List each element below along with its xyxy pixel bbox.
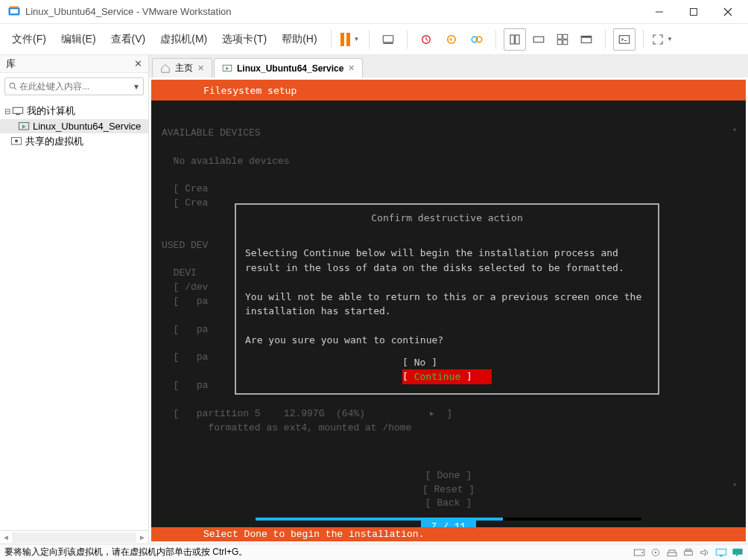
svg-point-34	[641, 552, 643, 553]
done-button[interactable]: [ Done ]	[425, 470, 472, 481]
svg-rect-2	[10, 6, 19, 7]
chevron-down-icon[interactable]: ▼	[133, 83, 140, 91]
svg-marker-32	[226, 66, 229, 70]
fullscreen-button[interactable]: ▼	[651, 28, 673, 51]
svg-rect-40	[716, 549, 726, 555]
svg-rect-22	[619, 35, 630, 43]
dialog-continue-button[interactable]: [ Continue ]	[402, 369, 492, 384]
svg-rect-21	[581, 36, 592, 37]
reset-button[interactable]: [ Reset ]	[422, 484, 475, 495]
tree-label: 我的计算机	[27, 104, 75, 118]
library-tree: ⊟ 我的计算机 Linux_Ubuntu64_Service 共享的虚拟机	[0, 100, 148, 530]
message-icon[interactable]	[732, 547, 744, 558]
cd-icon[interactable]	[650, 547, 662, 558]
tab-close-button[interactable]: ✕	[197, 63, 204, 73]
display-icon[interactable]	[715, 547, 727, 558]
disk-icon[interactable]	[633, 547, 645, 558]
console-button[interactable]	[613, 28, 636, 51]
svg-rect-38	[685, 551, 693, 555]
tab-home[interactable]: 主页 ✕	[152, 58, 212, 77]
snapshot-button[interactable]	[415, 28, 437, 51]
svg-rect-41	[720, 556, 723, 556]
titlebar: Linux_Ubuntu64_Service - VMware Workstat…	[0, 0, 748, 24]
tree-label: 共享的虚拟机	[25, 135, 83, 148]
tree-label: Linux_Ubuntu64_Service	[33, 121, 141, 132]
svg-marker-28	[22, 124, 26, 128]
tree-vm-linux-ubuntu[interactable]: Linux_Ubuntu64_Service	[0, 119, 148, 133]
revert-snapshot-button[interactable]	[440, 28, 463, 51]
installer-header: Filesystem setup	[151, 80, 746, 101]
dialog-no-button[interactable]: [ No ]	[402, 355, 492, 370]
dialog-text: Are you sure you want to continue?	[245, 334, 443, 346]
status-text: 要将输入定向到该虚拟机，请在虚拟机内部单击或按 Ctrl+G。	[4, 546, 247, 559]
library-panel: 库 ✕ ▼ ⊟ 我的计算机 Linux_Ubuntu64_Service 共享的…	[0, 55, 149, 544]
svg-rect-7	[383, 35, 393, 42]
menu-tabs[interactable]: 选项卡(T)	[216, 30, 273, 49]
svg-line-24	[14, 88, 16, 90]
search-icon	[8, 81, 18, 92]
send-ctrl-alt-del-button[interactable]	[377, 28, 399, 51]
svg-rect-13	[510, 35, 514, 44]
expand-icon[interactable]: ⊟	[3, 107, 12, 115]
menu-file[interactable]: 文件(F)	[6, 30, 52, 49]
tab-bar: 主页 ✕ Linux_Ubuntu64_Service ✕	[149, 55, 748, 77]
confirm-destructive-dialog: Confirm destructive action Selecting Con…	[235, 203, 659, 395]
pause-vm-button[interactable]: ▼	[339, 28, 361, 51]
vm-console[interactable]: Filesystem setup AVAILABLE DEVICES No av…	[149, 77, 748, 544]
tree-root-my-computer[interactable]: ⊟ 我的计算机	[0, 103, 148, 119]
library-close-button[interactable]: ✕	[134, 58, 142, 69]
svg-rect-39	[686, 549, 691, 551]
manage-snapshot-button[interactable]	[466, 28, 488, 51]
vm-running-icon	[222, 63, 232, 74]
app-icon	[7, 5, 21, 19]
minimize-button[interactable]	[642, 1, 676, 23]
view-thumbnail-button[interactable]	[527, 28, 550, 51]
back-button[interactable]: [ Back ]	[425, 497, 472, 509]
maximize-button[interactable]	[676, 1, 711, 23]
status-bar: 要将输入定向到该虚拟机，请在虚拟机内部单击或按 Ctrl+G。	[0, 544, 748, 560]
svg-rect-14	[515, 35, 519, 44]
shared-vm-icon	[10, 136, 22, 147]
printer-icon[interactable]	[682, 547, 694, 558]
dialog-title: Confirm destructive action	[367, 211, 527, 226]
library-search-input[interactable]	[18, 80, 133, 93]
menu-help[interactable]: 帮助(H)	[276, 30, 323, 49]
library-search[interactable]: ▼	[4, 77, 144, 95]
svg-rect-25	[13, 107, 22, 113]
tree-shared-vms[interactable]: 共享的虚拟机	[0, 133, 148, 150]
pause-icon	[340, 33, 350, 46]
tab-close-button[interactable]: ✕	[348, 63, 355, 73]
svg-rect-19	[562, 39, 567, 44]
svg-rect-1	[10, 9, 19, 13]
view-multi-button[interactable]	[551, 28, 574, 51]
library-hscroll[interactable]: ◄►	[0, 530, 148, 544]
menu-edit[interactable]: 编辑(E)	[55, 30, 102, 49]
vm-scrollbar[interactable]	[732, 124, 740, 489]
view-single-button[interactable]	[504, 28, 526, 51]
dialog-text: Selecting Continue below will begin the …	[245, 247, 624, 273]
menu-vm[interactable]: 虚拟机(M)	[154, 30, 213, 49]
library-title: 库	[6, 57, 16, 71]
tab-label: 主页	[175, 62, 193, 74]
installer-nav-buttons: [ Done ] [ Reset ] [ Back ]	[151, 469, 746, 510]
svg-point-36	[655, 551, 656, 553]
svg-rect-42	[732, 548, 742, 554]
svg-rect-18	[557, 39, 562, 44]
sound-icon[interactable]	[699, 547, 711, 558]
svg-rect-16	[557, 34, 562, 39]
computer-icon	[12, 106, 24, 116]
svg-rect-4	[691, 8, 697, 15]
svg-rect-15	[533, 36, 544, 42]
vm-running-icon	[18, 121, 30, 132]
window-title: Linux_Ubuntu64_Service - VMware Workstat…	[25, 6, 642, 17]
svg-rect-26	[16, 114, 19, 115]
dialog-text: You will not be able to return to this o…	[245, 291, 647, 317]
menu-view[interactable]: 查看(V)	[105, 30, 152, 49]
svg-point-30	[15, 139, 18, 142]
installer-hint: Select Done to begin the installation.	[151, 527, 746, 541]
tab-vm-linux-ubuntu[interactable]: Linux_Ubuntu64_Service ✕	[214, 58, 363, 77]
close-button[interactable]	[711, 1, 745, 23]
unity-button[interactable]	[575, 28, 598, 51]
home-icon	[160, 63, 171, 74]
network-icon[interactable]	[666, 547, 678, 558]
